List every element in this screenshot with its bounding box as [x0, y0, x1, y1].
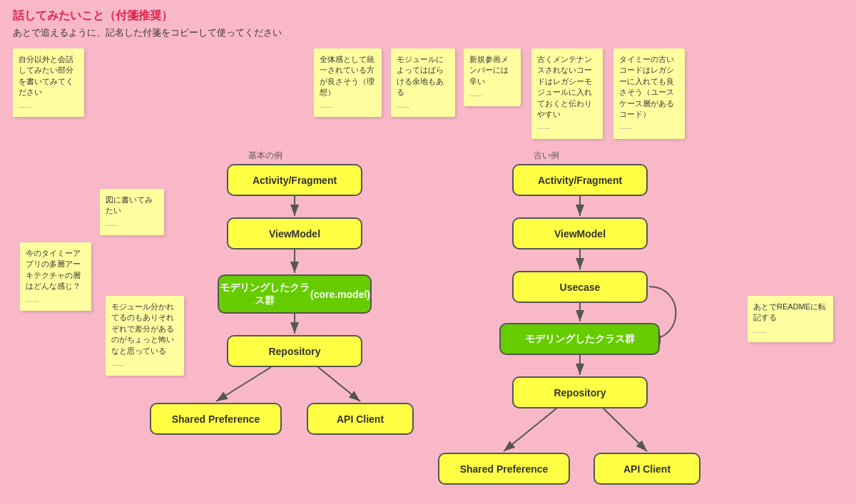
node-text-b3-1: (core.model) [310, 289, 370, 300]
sticky-note-s7[interactable]: 図に書いてみたい [100, 189, 164, 235]
node-o6: Shared Preference [438, 453, 570, 485]
sticky-text-s4: 新規参画メンバーには辛い [469, 55, 509, 86]
node-o5: Repository [512, 376, 648, 408]
sticky-text-s9: モジュール分かれてるのもありそれぞれで差分があるのがちょっと怖いなと思っている [111, 302, 174, 355]
node-b6: API Client [307, 403, 414, 435]
sticky-note-s1[interactable]: 自分以外と会話してみたい部分を書いてみてください [13, 48, 84, 117]
sticky-note-s6[interactable]: タイミーの古いコードはレガシーに入れても良さそう（ユースケース層があるコード） [613, 48, 685, 139]
sticky-text-s10: あとでREADMEに転記する [753, 302, 826, 322]
sticky-note-s2[interactable]: 全体感として統一されている方が良さそう（理想） [314, 48, 382, 117]
page-subtitle: あとで追えるように、記名した付箋をコピーして使ってください [13, 26, 282, 39]
sticky-note-s3[interactable]: モジュールによってはばらける余地もある [391, 48, 455, 117]
node-o2: ViewModel [512, 217, 648, 250]
sticky-note-s4[interactable]: 新規参画メンバーには辛い [464, 48, 521, 106]
node-text-b3-0: モデリングしたクラス群 [219, 282, 310, 307]
node-o3: Usecase [512, 271, 648, 303]
svg-line-5 [318, 367, 360, 401]
svg-line-4 [216, 367, 271, 401]
node-b1: Activity/Fragment [227, 164, 362, 196]
sticky-text-s7: 図に書いてみたい [106, 195, 153, 215]
sticky-note-s9[interactable]: モジュール分かれてるのもありそれぞれで差分があるのがちょっと怖いなと思っている [106, 296, 184, 376]
sticky-note-s8[interactable]: 今のタイミーアプリの多層アーキテクチャの層はどんな感じ？ [20, 242, 91, 311]
sticky-text-s5: 古くメンテナンスされないコードはレガシーモジュールに入れておくと伝わりやすい [537, 55, 592, 118]
svg-line-10 [504, 408, 556, 451]
sticky-text-s8: 今のタイミーアプリの多層アーキテクチャの層はどんな感じ？ [26, 249, 81, 290]
node-o4: モデリングしたクラス群 [499, 323, 660, 355]
basic-section-label: 基本の例 [248, 150, 282, 162]
node-b2: ViewModel [227, 217, 362, 250]
sticky-text-s1: 自分以外と会話してみたい部分を書いてみてください [19, 55, 73, 96]
sticky-text-s3: モジュールによってはばらける余地もある [397, 55, 444, 96]
svg-line-11 [603, 408, 647, 451]
page-container: 話してみたいこと（付箋推奨） あとで追えるように、記名した付箋をコピーして使って… [0, 0, 856, 504]
old-section-label: 古い例 [534, 150, 559, 162]
node-b4: Repository [227, 335, 362, 367]
node-o7: API Client [593, 453, 700, 485]
node-o1: Activity/Fragment [512, 164, 648, 196]
page-title: 話してみたいこと（付箋推奨） [13, 9, 282, 24]
sticky-text-s6: タイミーの古いコードはレガシーに入れても良さそう（ユースケース層があるコード） [619, 55, 674, 118]
sticky-text-s2: 全体感として統一されている方が良さそう（理想） [320, 55, 374, 96]
node-b3: モデリングしたクラス群(core.model) [218, 274, 372, 314]
sticky-note-s10[interactable]: あとでREADMEに転記する [748, 296, 833, 342]
sticky-note-s5[interactable]: 古くメンテナンスされないコードはレガシーモジュールに入れておくと伝わりやすい [531, 48, 603, 139]
header: 話してみたいこと（付箋推奨） あとで追えるように、記名した付箋をコピーして使って… [13, 9, 282, 39]
node-b5: Shared Preference [150, 403, 282, 435]
